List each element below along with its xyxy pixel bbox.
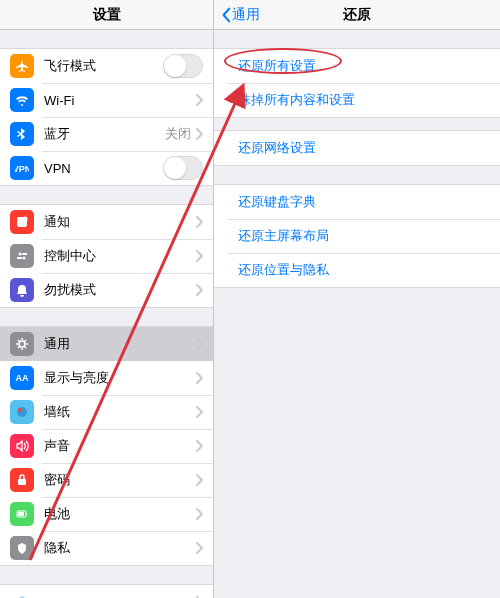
left-header: 设置 [0,0,213,30]
vpn-icon: VPN [10,156,34,180]
settings-row-cloud[interactable] [0,585,213,598]
svg-text:AA: AA [16,373,29,383]
svg-text:VPN: VPN [15,164,29,174]
passcode-icon [10,468,34,492]
chevron-icon [195,542,203,554]
reset-option[interactable]: 还原所有设置 [214,49,500,83]
row-label: 显示与亮度 [44,369,195,387]
settings-row-control[interactable]: 控制中心 [0,239,213,273]
settings-row-display[interactable]: AA显示与亮度 [0,361,213,395]
chevron-icon [195,406,203,418]
reset-label: 还原位置与隐私 [224,261,329,279]
chevron-icon [195,474,203,486]
reset-label: 还原所有设置 [224,57,316,75]
row-label: Wi-Fi [44,93,191,108]
chevron-icon [195,128,203,140]
right-header: 通用 还原 [214,0,500,30]
settings-row-airplane[interactable]: 飞行模式 [0,49,213,83]
row-label: 声音 [44,437,195,455]
chevron-icon [195,440,203,452]
reset-label: 还原键盘字典 [224,193,316,211]
svg-rect-14 [18,512,24,516]
settings-row-dnd[interactable]: 勿扰模式 [0,273,213,307]
reset-label: 还原主屏幕布局 [224,227,329,245]
svg-rect-11 [18,479,26,485]
row-label: 密码 [44,471,195,489]
chevron-icon [195,250,203,262]
reset-option[interactable]: 抹掉所有内容和设置 [214,83,500,117]
reset-label: 抹掉所有内容和设置 [224,91,355,109]
settings-row-wallpaper[interactable]: 墙纸 [0,395,213,429]
display-icon: AA [10,366,34,390]
svg-rect-6 [17,257,22,259]
left-title: 设置 [0,6,213,24]
back-button[interactable]: 通用 [220,6,260,24]
back-label: 通用 [232,6,260,24]
svg-point-9 [17,407,27,417]
privacy-icon [10,536,34,560]
reset-option[interactable]: 还原位置与隐私 [214,253,500,287]
row-label: 蓝牙 [44,125,165,143]
reset-group-1: 还原所有设置抹掉所有内容和设置 [214,48,500,118]
chevron-icon [195,216,203,228]
general-icon [10,332,34,356]
chevron-icon [195,372,203,384]
row-label: 勿扰模式 [44,281,195,299]
chevron-icon [195,338,203,350]
settings-row-battery[interactable]: 电池 [0,497,213,531]
row-label: VPN [44,161,163,176]
detail-pane: 通用 还原 还原所有设置抹掉所有内容和设置 还原网络设置 还原键盘字典还原主屏幕… [214,0,500,598]
group-accounts: AiT Store [0,584,213,598]
dnd-icon [10,278,34,302]
notify-icon [10,210,34,234]
svg-point-7 [19,341,25,347]
bluetooth-icon [10,122,34,146]
toggle[interactable] [163,54,203,78]
row-label: 通知 [44,213,195,231]
wifi-icon [10,88,34,112]
settings-row-bluetooth[interactable]: 蓝牙关闭 [0,117,213,151]
reset-option[interactable]: 还原键盘字典 [214,185,500,219]
svg-point-5 [23,257,26,260]
airplane-icon [10,54,34,78]
reset-label: 还原网络设置 [224,139,316,157]
row-label: 飞行模式 [44,57,163,75]
svg-rect-13 [26,513,27,515]
svg-rect-4 [22,253,27,255]
chevron-icon [195,508,203,520]
toggle[interactable] [163,156,203,180]
chevron-icon [195,94,203,106]
svg-point-10 [18,408,22,412]
row-label: 控制中心 [44,247,195,265]
settings-row-privacy[interactable]: 隐私 [0,531,213,565]
reset-option[interactable]: 还原网络设置 [214,131,500,165]
row-label: 墙纸 [44,403,195,421]
group-notifications: 通知控制中心勿扰模式 [0,204,213,308]
row-value: 关闭 [165,125,191,143]
settings-row-wifi[interactable]: Wi-Fi [0,83,213,117]
settings-row-general[interactable]: 通用 [0,327,213,361]
reset-group-2: 还原网络设置 [214,130,500,166]
row-label: 通用 [44,335,195,353]
settings-row-notify[interactable]: 通知 [0,205,213,239]
cloud-icon [10,590,34,598]
row-label: 隐私 [44,539,195,557]
control-icon [10,244,34,268]
svg-point-3 [19,253,22,256]
settings-sidebar: 设置 飞行模式Wi-Fi蓝牙关闭VPNVPN 通知控制中心勿扰模式 通用AA显示… [0,0,214,598]
group-general: 通用AA显示与亮度墙纸声音密码电池隐私 [0,326,213,566]
settings-row-vpn[interactable]: VPNVPN [0,151,213,185]
reset-option[interactable]: 还原主屏幕布局 [214,219,500,253]
group-network: 飞行模式Wi-Fi蓝牙关闭VPNVPN [0,48,213,186]
sound-icon [10,434,34,458]
settings-row-passcode[interactable]: 密码 [0,463,213,497]
wallpaper-icon [10,400,34,424]
reset-group-3: 还原键盘字典还原主屏幕布局还原位置与隐私 [214,184,500,288]
svg-point-2 [23,217,28,222]
chevron-icon [195,284,203,296]
row-label: 电池 [44,505,195,523]
settings-row-sound[interactable]: 声音 [0,429,213,463]
battery-icon [10,502,34,526]
